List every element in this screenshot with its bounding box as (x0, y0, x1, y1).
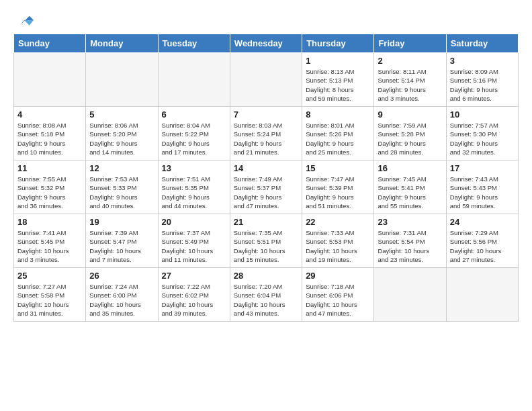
day-info: Sunrise: 7:43 AM Sunset: 5:43 PM Dayligh… (450, 175, 515, 210)
day-cell: 23Sunrise: 7:31 AM Sunset: 5:54 PM Dayli… (374, 214, 446, 268)
day-number: 28 (234, 271, 298, 281)
day-number: 4 (17, 109, 82, 120)
day-info: Sunrise: 7:59 AM Sunset: 5:28 PM Dayligh… (378, 121, 442, 156)
day-cell: 10Sunrise: 7:57 AM Sunset: 5:30 PM Dayli… (446, 107, 518, 161)
day-info: Sunrise: 7:53 AM Sunset: 5:33 PM Dayligh… (89, 175, 154, 210)
day-info: Sunrise: 7:49 AM Sunset: 5:37 PM Dayligh… (234, 175, 298, 210)
day-info: Sunrise: 7:39 AM Sunset: 5:47 PM Dayligh… (89, 228, 154, 264)
day-number: 11 (17, 163, 82, 173)
day-cell: 28Sunrise: 7:20 AM Sunset: 6:04 PM Dayli… (230, 268, 302, 322)
day-number: 12 (89, 163, 154, 173)
day-cell: 20Sunrise: 7:37 AM Sunset: 5:49 PM Dayli… (158, 214, 230, 268)
week-row-2: 11Sunrise: 7:55 AM Sunset: 5:32 PM Dayli… (14, 161, 519, 214)
day-cell: 22Sunrise: 7:33 AM Sunset: 5:53 PM Dayli… (302, 214, 374, 268)
weekday-header-monday: Monday (86, 34, 158, 53)
day-number: 19 (89, 217, 154, 227)
day-cell: 19Sunrise: 7:39 AM Sunset: 5:47 PM Dayli… (86, 214, 158, 268)
day-info: Sunrise: 7:20 AM Sunset: 6:04 PM Dayligh… (234, 282, 298, 318)
day-cell: 4Sunrise: 8:08 AM Sunset: 5:18 PM Daylig… (14, 107, 86, 161)
day-info: Sunrise: 7:22 AM Sunset: 6:02 PM Dayligh… (162, 282, 226, 318)
day-info: Sunrise: 8:04 AM Sunset: 5:22 PM Dayligh… (162, 121, 226, 156)
page: SundayMondayTuesdayWednesdayThursdayFrid… (0, 0, 532, 328)
day-number: 26 (89, 271, 154, 281)
weekday-header-row: SundayMondayTuesdayWednesdayThursdayFrid… (14, 34, 519, 53)
day-cell: 7Sunrise: 8:03 AM Sunset: 5:24 PM Daylig… (230, 107, 302, 161)
day-number: 29 (306, 271, 370, 281)
day-cell: 21Sunrise: 7:35 AM Sunset: 5:51 PM Dayli… (230, 214, 302, 268)
day-info: Sunrise: 7:33 AM Sunset: 5:53 PM Dayligh… (306, 228, 370, 264)
calendar-table: SundayMondayTuesdayWednesdayThursdayFrid… (13, 34, 519, 322)
day-number: 1 (306, 56, 370, 66)
day-cell: 8Sunrise: 8:01 AM Sunset: 5:26 PM Daylig… (302, 107, 374, 161)
day-cell: 26Sunrise: 7:24 AM Sunset: 6:00 PM Dayli… (86, 268, 158, 322)
day-info: Sunrise: 8:01 AM Sunset: 5:26 PM Dayligh… (306, 121, 370, 156)
day-number: 3 (450, 56, 515, 66)
day-cell: 1Sunrise: 8:13 AM Sunset: 5:13 PM Daylig… (302, 53, 374, 107)
day-number: 14 (234, 163, 298, 173)
day-info: Sunrise: 8:03 AM Sunset: 5:24 PM Dayligh… (234, 121, 298, 156)
calendar-body: 1Sunrise: 8:13 AM Sunset: 5:13 PM Daylig… (14, 53, 519, 322)
day-number: 22 (306, 217, 370, 227)
day-cell (86, 53, 158, 107)
day-cell: 16Sunrise: 7:45 AM Sunset: 5:41 PM Dayli… (374, 161, 446, 214)
day-number: 8 (306, 109, 370, 120)
day-cell (374, 268, 446, 322)
day-cell: 13Sunrise: 7:51 AM Sunset: 5:35 PM Dayli… (158, 161, 230, 214)
day-cell: 2Sunrise: 8:11 AM Sunset: 5:14 PM Daylig… (374, 53, 446, 107)
day-info: Sunrise: 7:35 AM Sunset: 5:51 PM Dayligh… (234, 228, 298, 264)
header (13, 11, 519, 27)
day-number: 2 (378, 56, 442, 66)
day-info: Sunrise: 7:24 AM Sunset: 6:00 PM Dayligh… (89, 282, 154, 318)
day-info: Sunrise: 8:08 AM Sunset: 5:18 PM Dayligh… (17, 121, 82, 156)
day-info: Sunrise: 7:31 AM Sunset: 5:54 PM Dayligh… (378, 228, 442, 264)
day-number: 5 (89, 109, 154, 120)
day-cell: 27Sunrise: 7:22 AM Sunset: 6:02 PM Dayli… (158, 268, 230, 322)
logo-bird-icon (15, 11, 34, 30)
day-info: Sunrise: 7:45 AM Sunset: 5:41 PM Dayligh… (378, 175, 442, 210)
day-cell: 6Sunrise: 8:04 AM Sunset: 5:22 PM Daylig… (158, 107, 230, 161)
logo (13, 11, 34, 27)
day-info: Sunrise: 7:27 AM Sunset: 5:58 PM Dayligh… (17, 282, 82, 318)
day-number: 25 (17, 271, 82, 281)
day-info: Sunrise: 7:57 AM Sunset: 5:30 PM Dayligh… (450, 121, 515, 156)
day-info: Sunrise: 7:29 AM Sunset: 5:56 PM Dayligh… (450, 228, 515, 264)
day-cell: 29Sunrise: 7:18 AM Sunset: 6:06 PM Dayli… (302, 268, 374, 322)
week-row-3: 18Sunrise: 7:41 AM Sunset: 5:45 PM Dayli… (14, 214, 519, 268)
day-number: 17 (450, 163, 515, 173)
day-number: 21 (234, 217, 298, 227)
day-number: 27 (162, 271, 226, 281)
svg-marker-1 (24, 20, 34, 26)
day-cell: 5Sunrise: 8:06 AM Sunset: 5:20 PM Daylig… (86, 107, 158, 161)
day-number: 10 (450, 109, 515, 120)
day-info: Sunrise: 7:37 AM Sunset: 5:49 PM Dayligh… (162, 228, 226, 264)
day-number: 6 (162, 109, 226, 120)
day-info: Sunrise: 7:41 AM Sunset: 5:45 PM Dayligh… (17, 228, 82, 264)
day-cell: 11Sunrise: 7:55 AM Sunset: 5:32 PM Dayli… (14, 161, 86, 214)
day-cell: 18Sunrise: 7:41 AM Sunset: 5:45 PM Dayli… (14, 214, 86, 268)
day-number: 20 (162, 217, 226, 227)
day-number: 23 (378, 217, 442, 227)
day-info: Sunrise: 7:51 AM Sunset: 5:35 PM Dayligh… (162, 175, 226, 210)
day-cell (446, 268, 518, 322)
day-cell (14, 53, 86, 107)
week-row-0: 1Sunrise: 8:13 AM Sunset: 5:13 PM Daylig… (14, 53, 519, 107)
day-info: Sunrise: 7:55 AM Sunset: 5:32 PM Dayligh… (17, 175, 82, 210)
day-info: Sunrise: 7:47 AM Sunset: 5:39 PM Dayligh… (306, 175, 370, 210)
day-cell: 3Sunrise: 8:09 AM Sunset: 5:16 PM Daylig… (446, 53, 518, 107)
weekday-header-wednesday: Wednesday (230, 34, 302, 53)
day-number: 16 (378, 163, 442, 173)
week-row-4: 25Sunrise: 7:27 AM Sunset: 5:58 PM Dayli… (14, 268, 519, 322)
day-info: Sunrise: 8:06 AM Sunset: 5:20 PM Dayligh… (89, 121, 154, 156)
day-info: Sunrise: 7:18 AM Sunset: 6:06 PM Dayligh… (306, 282, 370, 318)
weekday-header-sunday: Sunday (14, 34, 86, 53)
day-number: 18 (17, 217, 82, 227)
day-number: 15 (306, 163, 370, 173)
day-number: 9 (378, 109, 442, 120)
day-number: 24 (450, 217, 515, 227)
weekday-header-saturday: Saturday (446, 34, 518, 53)
day-cell: 25Sunrise: 7:27 AM Sunset: 5:58 PM Dayli… (14, 268, 86, 322)
weekday-header-tuesday: Tuesday (158, 34, 230, 53)
day-cell: 17Sunrise: 7:43 AM Sunset: 5:43 PM Dayli… (446, 161, 518, 214)
day-cell: 15Sunrise: 7:47 AM Sunset: 5:39 PM Dayli… (302, 161, 374, 214)
day-info: Sunrise: 8:11 AM Sunset: 5:14 PM Dayligh… (378, 67, 442, 103)
